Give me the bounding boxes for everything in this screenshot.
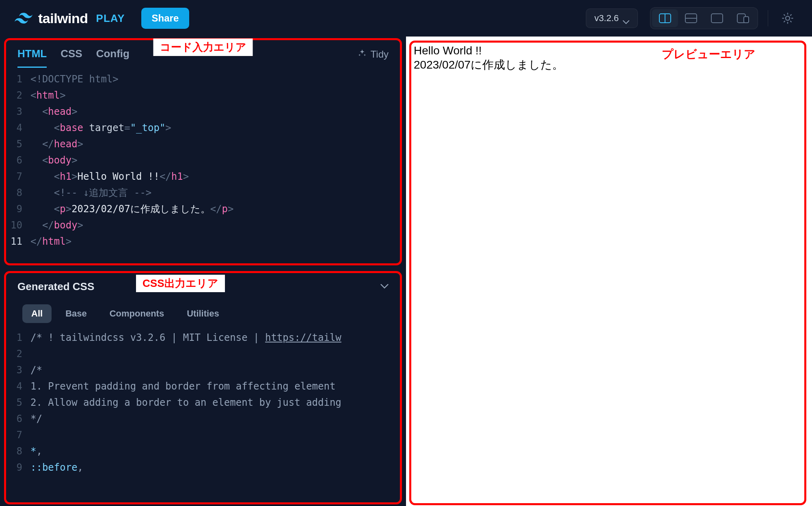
sparkles-icon	[358, 49, 367, 60]
chevron-down-icon	[623, 16, 629, 20]
svg-point-7	[786, 16, 790, 20]
svg-rect-4	[711, 14, 723, 23]
html-editor[interactable]: 1<!DOCTYPE html>2<html>3 <head>4 <base t…	[6, 68, 400, 263]
right-column: プレビューエリア Hello World !! 2023/02/07に作成しまし…	[406, 37, 812, 506]
code-line[interactable]: 2<html>	[6, 87, 400, 103]
filter-components[interactable]: Components	[101, 304, 173, 323]
svg-line-15	[790, 15, 791, 15]
header-divider	[768, 10, 768, 26]
css-line[interactable]: 8*,	[6, 443, 400, 459]
svg-line-14	[784, 21, 785, 22]
code-line[interactable]: 4 <base target="_top">	[6, 120, 400, 136]
generated-css-viewer[interactable]: 1/* ! tailwindcss v3.2.6 | MIT License |…	[6, 326, 400, 502]
tidy-label: Tidy	[371, 49, 389, 60]
code-line[interactable]: 9 <p>2023/02/07に作成しました。</p>	[6, 201, 400, 217]
generated-css-toggle[interactable]	[380, 283, 389, 291]
generated-css-area: Generated CSS CSS出力エリア All Base Componen…	[4, 271, 402, 504]
layout-split-horizontal-button[interactable]	[678, 9, 704, 27]
svg-rect-6	[744, 17, 749, 23]
filter-utilities[interactable]: Utilities	[178, 304, 228, 323]
tab-css[interactable]: CSS	[60, 47, 82, 68]
version-selector[interactable]: v3.2.6	[586, 9, 638, 28]
code-line[interactable]: 11</html>	[6, 233, 400, 250]
code-line[interactable]: 3 <head>	[6, 103, 400, 120]
code-line[interactable]: 8 <!-- ↓追加文言 -->	[6, 185, 400, 201]
app-header: tailwind PLAY Share v3.2.6	[0, 0, 812, 37]
css-line[interactable]: 6*/	[6, 411, 400, 427]
code-line[interactable]: 10 </body>	[6, 217, 400, 233]
layout-split-vertical-button[interactable]	[652, 9, 678, 27]
code-input-area: コード入力エリア HTML CSS Config Tidy 1<!DOCTYPE…	[4, 38, 402, 265]
tab-html[interactable]: HTML	[17, 47, 47, 68]
svg-line-11	[790, 21, 791, 22]
theme-toggle-button[interactable]	[778, 9, 797, 28]
layout-preview-only-button[interactable]	[704, 9, 730, 27]
main-area: コード入力エリア HTML CSS Config Tidy 1<!DOCTYPE…	[0, 37, 812, 506]
css-line[interactable]: 52. Allow adding a border to an element …	[6, 394, 400, 411]
preview-area: プレビューエリア Hello World !! 2023/02/07に作成しまし…	[409, 41, 806, 505]
css-line[interactable]: 41. Prevent padding and border from affe…	[6, 378, 400, 394]
logo[interactable]: tailwind PLAY	[15, 11, 125, 26]
code-line[interactable]: 6 <body>	[6, 152, 400, 168]
css-line[interactable]: 3/*	[6, 362, 400, 378]
css-line[interactable]: 1/* ! tailwindcss v3.2.6 | MIT License |…	[6, 329, 400, 346]
generated-css-title: Generated CSS	[17, 280, 94, 293]
code-line[interactable]: 1<!DOCTYPE html>	[6, 71, 400, 87]
layout-switcher	[650, 7, 758, 29]
version-label: v3.2.6	[594, 13, 619, 24]
filter-base[interactable]: Base	[56, 304, 96, 323]
share-button[interactable]: Share	[141, 8, 190, 29]
tidy-button[interactable]: Tidy	[358, 49, 389, 67]
code-line[interactable]: 5 </head>	[6, 136, 400, 152]
filter-all[interactable]: All	[22, 304, 52, 323]
layout-responsive-button[interactable]	[730, 9, 756, 27]
annotation-code-area: コード入力エリア	[153, 39, 253, 56]
css-line[interactable]: 7	[6, 427, 400, 443]
generated-css-header: Generated CSS CSS出力エリア	[6, 273, 400, 297]
annotation-preview-area: プレビューエリア	[662, 47, 756, 62]
logo-play: PLAY	[96, 12, 125, 25]
css-line[interactable]: 2	[6, 346, 400, 362]
css-filter-row: All Base Components Utilities	[6, 297, 400, 326]
sun-icon	[782, 12, 794, 24]
logo-text: tailwind	[38, 11, 88, 26]
svg-line-10	[784, 15, 785, 15]
code-line[interactable]: 7 <h1>Hello World !!</h1>	[6, 168, 400, 185]
css-line[interactable]: 9::before,	[6, 459, 400, 476]
tab-config[interactable]: Config	[96, 47, 130, 68]
annotation-css-area: CSS出力エリア	[136, 275, 225, 292]
left-column: コード入力エリア HTML CSS Config Tidy 1<!DOCTYPE…	[0, 37, 406, 506]
tailwind-logo-icon	[15, 13, 32, 24]
